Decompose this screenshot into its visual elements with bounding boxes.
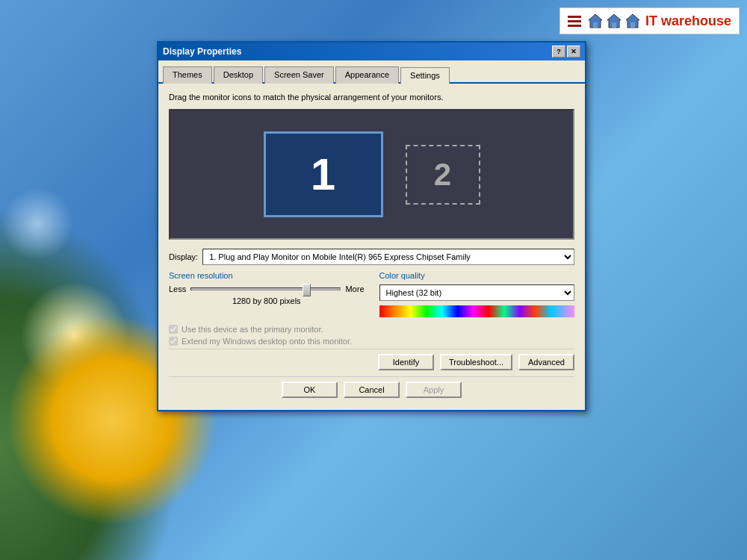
logo-box: IT warehouse (560, 7, 740, 34)
slider-area: Less More (169, 284, 365, 293)
apply-button[interactable]: Apply (406, 382, 462, 398)
monitor-1-icon[interactable]: 1 (264, 131, 383, 217)
display-row: Display: 1. Plug and Play Monitor on Mob… (169, 249, 574, 265)
logo-warehouse: warehouse (661, 13, 731, 28)
logo-line-3 (568, 25, 581, 27)
logo-line-2 (568, 20, 581, 22)
advanced-button[interactable]: Advanced (518, 354, 574, 370)
dialog-content: Drag the monitor icons to match the phys… (158, 84, 585, 410)
close-button[interactable]: ✕ (567, 46, 580, 57)
color-quality-select[interactable]: Highest (32 bit) (379, 284, 575, 301)
checkbox-primary-input[interactable] (169, 325, 178, 334)
tab-screen-saver[interactable]: Screen Saver (264, 66, 334, 84)
tab-bar: Themes Desktop Screen Saver Appearance S… (158, 60, 585, 84)
monitor-2-label: 2 (434, 157, 451, 193)
svg-rect-5 (630, 22, 635, 28)
settings-row: Screen resolution Less More 1280 by 800 … (169, 271, 574, 317)
logo-text: IT warehouse (645, 13, 731, 29)
ok-cancel-row: OK Cancel Apply (169, 376, 574, 401)
display-label: Display: (169, 252, 198, 261)
color-quality-title: Color quality (379, 271, 575, 280)
screen-resolution-title: Screen resolution (169, 271, 365, 280)
less-label: Less (169, 284, 186, 293)
identify-button[interactable]: Identify (378, 354, 434, 370)
titlebar: Display Properties ? ✕ (158, 43, 585, 60)
tab-settings[interactable]: Settings (400, 67, 450, 84)
help-button[interactable]: ? (552, 46, 565, 57)
cancel-button[interactable]: Cancel (344, 382, 400, 398)
action-button-row: Identify Troubleshoot... Advanced (169, 349, 574, 370)
tab-themes[interactable]: Themes (163, 66, 212, 84)
logo-line-1 (568, 16, 581, 18)
monitor-preview-area: 1 2 (169, 109, 574, 240)
house-icon-3 (624, 13, 641, 29)
ok-button[interactable]: OK (282, 382, 338, 398)
titlebar-buttons: ? ✕ (552, 46, 580, 57)
checkbox-primary-monitor: Use this device as the primary monitor. (169, 325, 574, 334)
checkbox-primary-label: Use this device as the primary monitor. (182, 325, 323, 334)
resolution-text: 1280 by 800 pixels (169, 296, 365, 305)
checkbox-extend-input[interactable] (169, 337, 178, 346)
tab-appearance[interactable]: Appearance (335, 66, 399, 84)
house-icon-1 (587, 13, 604, 29)
svg-rect-1 (593, 22, 598, 28)
display-select[interactable]: 1. Plug and Play Monitor on Mobile Intel… (202, 249, 574, 265)
logo-houses (587, 13, 641, 29)
troubleshoot-button[interactable]: Troubleshoot... (440, 354, 512, 370)
display-properties-dialog: Display Properties ? ✕ Themes Desktop Sc… (157, 41, 586, 411)
logo-lines (568, 16, 581, 27)
more-label: More (345, 284, 364, 293)
svg-rect-3 (612, 22, 616, 28)
house-icon-2 (606, 13, 622, 29)
monitor-1-label: 1 (311, 149, 335, 200)
color-palette-bar (379, 305, 575, 317)
slider-thumb[interactable] (303, 284, 311, 296)
tab-desktop[interactable]: Desktop (214, 66, 263, 84)
resolution-slider[interactable] (190, 287, 341, 290)
screen-resolution-group: Screen resolution Less More 1280 by 800 … (169, 271, 365, 317)
hint-text: Drag the monitor icons to match the phys… (169, 93, 574, 102)
checkbox-extend-desktop: Extend my Windows desktop onto this moni… (169, 337, 574, 346)
color-quality-group: Color quality Highest (32 bit) (379, 271, 575, 317)
checkbox-extend-label: Extend my Windows desktop onto this moni… (182, 337, 352, 346)
dialog-title: Display Properties (163, 46, 241, 57)
monitor-2-icon[interactable]: 2 (406, 145, 480, 205)
logo-it: IT (645, 13, 661, 28)
